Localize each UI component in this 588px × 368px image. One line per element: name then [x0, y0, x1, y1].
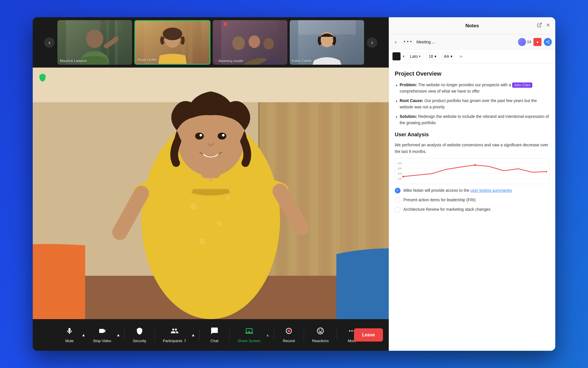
external-link-icon[interactable]: [537, 22, 542, 29]
svg-point-40: [199, 238, 205, 244]
format-label: AA: [444, 54, 449, 59]
todo-checkbox-3[interactable]: [395, 207, 401, 212]
record-icon: [285, 327, 293, 337]
share-screen-arrow[interactable]: ▲: [265, 333, 270, 337]
svg-point-50: [287, 329, 290, 332]
svg-text:200: 200: [398, 172, 402, 175]
svg-point-51: [349, 330, 350, 332]
video-group: Stop Video ▲: [88, 325, 121, 345]
color-arrow[interactable]: ▾: [403, 54, 405, 58]
svg-point-14: [264, 38, 274, 49]
sep5: [274, 329, 274, 341]
share-screen-button[interactable]: Share Screen: [233, 325, 265, 345]
problem-text: Problem: The website no longer provides …: [400, 82, 550, 95]
chat-icon: [210, 327, 218, 337]
video-arrow[interactable]: ▲: [116, 333, 121, 337]
mute-label: Mute: [65, 339, 74, 343]
app-window: ‹: [33, 17, 555, 351]
svg-point-9: [163, 28, 182, 40]
root-cause-text: Root Cause: Our product portfolio has gr…: [400, 97, 550, 110]
more-format-button[interactable]: ››: [457, 53, 465, 60]
thumb-name-mauricelawson: Maurice Lawson: [60, 59, 87, 63]
toolbar: Mute ▲ Stop Video ▲: [33, 319, 389, 351]
svg-point-43: [209, 178, 212, 181]
todo-text-1: Mike Nolan will provide access to the us…: [403, 187, 512, 193]
svg-point-38: [190, 203, 197, 210]
record-button[interactable]: Record: [277, 325, 300, 345]
todo-text-2: Present action items for leadership (FRI…: [403, 197, 475, 203]
share-screen-group: Share Screen ▲: [233, 325, 270, 345]
thumbnail-mauricelawson[interactable]: Maurice Lawson: [57, 20, 132, 65]
back-button[interactable]: ‹: [392, 37, 399, 46]
thumbnail-marketinghuddle[interactable]: ● Marketing Huddle: [213, 20, 287, 65]
notes-nav-right: 13 ●: [518, 38, 552, 46]
format-arrow-icon: ▾: [450, 54, 452, 59]
avatar: [518, 38, 526, 46]
thumb-name-marketing: ● Marketing Huddle: [215, 59, 243, 63]
svg-rect-7: [188, 21, 192, 65]
more-options-button[interactable]: • • •: [401, 38, 414, 46]
user-analysis-heading: User Analysis: [395, 131, 550, 139]
root-cause-item: • Root Cause: Our product portfolio has …: [395, 97, 550, 110]
todo-checkbox-2[interactable]: [395, 197, 401, 203]
shield-icon: [38, 73, 47, 82]
share-screen-icon: [245, 327, 253, 337]
font-size: 16: [429, 54, 433, 59]
svg-text:400: 400: [398, 162, 402, 165]
svg-text:100: 100: [398, 177, 402, 180]
problem-label: Problem:: [400, 83, 417, 87]
todo-checkbox-1[interactable]: [395, 188, 401, 193]
notes-header-actions: [537, 22, 551, 29]
security-button[interactable]: Security: [128, 325, 151, 345]
svg-text:300: 300: [398, 167, 402, 170]
notes-title: Notes: [465, 23, 479, 29]
rec-button[interactable]: ●: [533, 38, 541, 46]
mute-arrow[interactable]: ▲: [81, 333, 86, 337]
toolbar-center: Mute ▲ Stop Video ▲: [58, 325, 363, 345]
participants-icon: [171, 327, 179, 337]
notes-content[interactable]: Project Overview • Problem: The website …: [389, 63, 555, 351]
svg-point-66: [474, 164, 476, 166]
thumbnail-rosagriffin[interactable]: Rosa Griffin: [134, 20, 211, 65]
svg-point-67: [546, 171, 547, 172]
reactions-button[interactable]: Reactions: [307, 325, 333, 345]
next-arrow[interactable]: ›: [367, 37, 377, 48]
participants-button[interactable]: Participants 7: [158, 325, 191, 345]
thumbnail-katiecarter[interactable]: Katie Carter: [290, 20, 364, 65]
format-button[interactable]: AA ▾: [441, 53, 455, 60]
sep3: [199, 329, 200, 341]
close-icon[interactable]: [546, 22, 551, 29]
svg-line-54: [539, 23, 541, 25]
problem-item: • Problem: The website no longer provide…: [395, 82, 550, 95]
mute-icon: [65, 327, 74, 337]
svg-point-41: [226, 195, 230, 200]
todo-text-3: Architecture Review for marketing stack …: [403, 206, 490, 212]
todo1-link[interactable]: user testing summaries: [470, 188, 512, 193]
bullet-dot-root: •: [396, 98, 397, 110]
security-label: Security: [133, 339, 146, 343]
bullet-dot-problem: •: [396, 82, 397, 95]
security-icon: [136, 327, 144, 337]
leave-button[interactable]: Leave: [354, 328, 383, 342]
root-cause-label: Root Cause:: [400, 98, 423, 103]
chat-button[interactable]: Chat: [203, 325, 226, 345]
bullet-dot-solution: •: [396, 114, 397, 126]
mute-button[interactable]: Mute: [58, 325, 81, 345]
problem-content: The website no longer provides our prosp…: [418, 83, 512, 87]
notes-panel: Notes ‹ • • •: [389, 17, 555, 351]
notes-nav-bar: ‹ • • • Meeting ... 13 ●: [389, 34, 555, 49]
record-label: Record: [283, 339, 295, 343]
color-swatch[interactable]: [392, 52, 401, 60]
stop-video-button[interactable]: Stop Video: [88, 325, 116, 345]
prev-arrow[interactable]: ‹: [44, 37, 55, 48]
participants-arrow[interactable]: ▲: [191, 333, 196, 337]
participants-group: Participants 7 ▲: [158, 325, 196, 345]
font-select[interactable]: Lato ▾: [407, 53, 424, 60]
size-select[interactable]: 16 ▾: [426, 53, 439, 60]
sep6: [304, 329, 304, 341]
stop-video-label: Stop Video: [93, 339, 111, 343]
todo-item-1: Mike Nolan will provide access to the us…: [395, 187, 550, 193]
share-button[interactable]: [544, 38, 552, 46]
meeting-title: Meeting ...: [417, 40, 516, 44]
svg-point-65: [403, 176, 404, 177]
